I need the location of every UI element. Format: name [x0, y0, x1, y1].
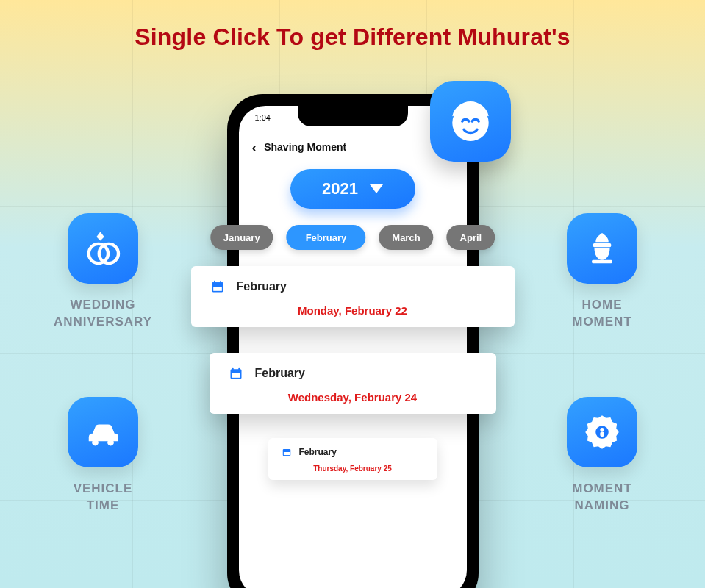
card-month: February: [299, 447, 337, 457]
month-tab-january[interactable]: January: [210, 225, 273, 250]
car-icon: [68, 397, 138, 467]
svg-point-2: [92, 440, 99, 446]
card-month: February: [255, 367, 305, 380]
svg-rect-20: [283, 452, 289, 455]
baby-face-icon: [444, 95, 497, 148]
screen-title: Shaving Moment: [264, 141, 346, 153]
calendar-icon: [282, 447, 292, 457]
muhurat-card[interactable]: February Monday, February 22: [191, 266, 515, 327]
card-date: Monday, February 22: [210, 304, 495, 317]
calendar-icon: [210, 279, 225, 294]
svg-rect-4: [593, 243, 612, 247]
phone-screen: 1:04 ‹ Shaving Moment 2021: [239, 106, 467, 588]
feature-home[interactable]: HOME MOMENT: [543, 213, 661, 331]
feature-naming[interactable]: MOMENT NAMING: [543, 397, 661, 514]
svg-rect-5: [592, 260, 612, 263]
muhurat-card[interactable]: February Thursday, February 25: [268, 438, 437, 480]
feature-label: MOMENT NAMING: [572, 481, 632, 514]
badge-icon: [567, 397, 637, 467]
svg-rect-8: [600, 431, 604, 437]
svg-rect-16: [232, 373, 240, 378]
kalash-icon: [567, 213, 637, 284]
svg-rect-17: [232, 368, 234, 370]
month-tab-march[interactable]: March: [379, 225, 433, 250]
phone-notch: [298, 106, 408, 126]
month-tabs: January February March April: [210, 225, 495, 250]
feature-label: VEHICLE TIME: [74, 481, 133, 514]
phone-frame: 1:04 ‹ Shaving Moment 2021: [227, 94, 479, 588]
month-tab-february[interactable]: February: [287, 225, 366, 250]
svg-rect-13: [220, 281, 221, 284]
promo-stage: { "headline": "Single Click To get Diffe…: [0, 0, 705, 588]
back-icon[interactable]: ‹: [252, 139, 257, 156]
month-tab-april[interactable]: April: [447, 225, 495, 250]
muhurat-card[interactable]: February Wednesday, February 24: [210, 353, 496, 414]
svg-point-7: [600, 428, 604, 431]
card-month: February: [237, 280, 287, 293]
status-time: 1:04: [255, 113, 271, 122]
svg-point-3: [107, 440, 114, 446]
svg-rect-14: [213, 287, 222, 291]
card-date: Thursday, February 25: [282, 465, 424, 473]
feature-vehicle[interactable]: VEHICLE TIME: [44, 397, 162, 514]
category-shaving[interactable]: [430, 81, 511, 162]
card-date: Wednesday, February 24: [229, 391, 477, 404]
page-title: Single Click To get Different Muhurat's: [0, 24, 705, 51]
svg-rect-18: [238, 368, 240, 370]
feature-label: WEDDING ANNIVERSARY: [54, 297, 152, 331]
feature-label: HOME MOMENT: [572, 297, 632, 331]
rings-icon: [68, 213, 138, 284]
svg-rect-12: [214, 281, 215, 284]
svg-rect-11: [212, 282, 223, 285]
chevron-down-icon: [370, 184, 383, 193]
year-value: 2021: [322, 179, 358, 198]
calendar-icon: [229, 366, 243, 381]
year-selector[interactable]: 2021: [290, 169, 415, 209]
feature-wedding[interactable]: WEDDING ANNIVERSARY: [44, 213, 162, 331]
